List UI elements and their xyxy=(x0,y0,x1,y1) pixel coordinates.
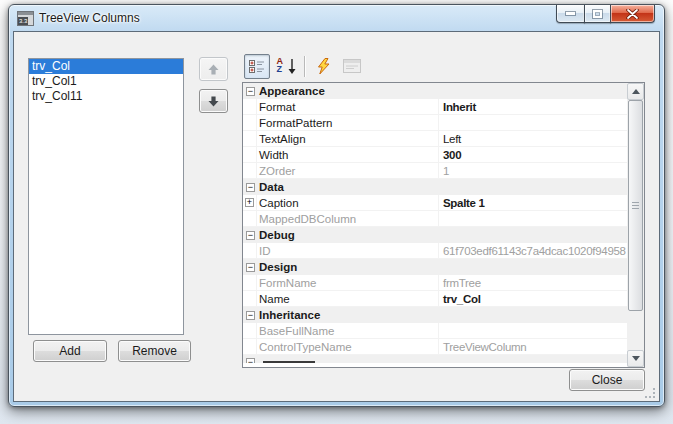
property-grid-toolbar: A Z xyxy=(244,53,368,79)
property-value[interactable]: Left xyxy=(438,131,627,146)
arrow-up-icon xyxy=(207,63,220,76)
property-row-name[interactable]: Nametrv_Col xyxy=(243,291,627,307)
category-row-design[interactable]: −Design xyxy=(243,259,627,275)
remove-button[interactable]: Remove xyxy=(118,340,191,362)
list-item-trv_col[interactable]: trv_Col xyxy=(29,59,183,74)
property-name: MappedDBColumn xyxy=(257,213,438,225)
property-row-textalign[interactable]: TextAlignLeft xyxy=(243,131,627,147)
category-row-clipped[interactable]: − xyxy=(243,355,627,363)
property-value[interactable]: 300 xyxy=(438,147,627,162)
window-controls xyxy=(557,5,655,23)
category-row-data[interactable]: −Data xyxy=(243,179,627,195)
move-up-button[interactable] xyxy=(199,57,228,81)
property-name: Caption xyxy=(257,197,438,209)
close-button[interactable]: Close xyxy=(569,369,645,391)
collapse-icon[interactable]: − xyxy=(246,183,255,192)
property-value[interactable]: trv_Col xyxy=(438,291,627,306)
property-name: Name xyxy=(257,293,438,305)
property-value[interactable]: Inherit xyxy=(438,99,627,114)
property-grid-rows: −AppearanceFormatInheritFormatPatternTex… xyxy=(243,83,627,367)
property-name: FormName xyxy=(257,277,438,289)
list-item-trv_col1[interactable]: trv_Col1 xyxy=(29,74,183,89)
property-name: FormatPattern xyxy=(257,117,438,129)
treeview-columns-dialog: 3.3 TreeView Columns trv_Coltrv xyxy=(8,4,665,407)
categorized-button[interactable] xyxy=(244,54,270,79)
events-button[interactable] xyxy=(310,54,336,79)
title-bar[interactable]: 3.3 TreeView Columns xyxy=(9,5,664,31)
window-title: TreeView Columns xyxy=(39,11,140,25)
property-grid-scrollbar[interactable] xyxy=(627,83,644,367)
property-row-basefullname[interactable]: BaseFullName xyxy=(243,323,627,339)
alphabetical-button[interactable]: A Z xyxy=(273,54,299,79)
close-window-button[interactable] xyxy=(610,5,655,23)
property-row-controltypename[interactable]: ControlTypeNameTreeViewColumn xyxy=(243,339,627,355)
property-row-format[interactable]: FormatInherit xyxy=(243,99,627,115)
property-name: ZOrder xyxy=(257,165,438,177)
collapse-icon[interactable]: − xyxy=(246,263,255,272)
property-row-zorder[interactable]: ZOrder1 xyxy=(243,163,627,179)
category-row-debug[interactable]: −Debug xyxy=(243,227,627,243)
row-indent xyxy=(243,211,257,226)
resize-grip[interactable] xyxy=(644,387,656,399)
category-label: Design xyxy=(259,261,297,273)
category-label: Debug xyxy=(259,229,295,241)
row-indent xyxy=(243,163,257,178)
sort-arrow-down xyxy=(288,58,296,75)
property-name: ControlTypeName xyxy=(257,341,438,353)
columns-listbox[interactable]: trv_Coltrv_Col1trv_Col11 xyxy=(28,58,184,335)
minimize-icon xyxy=(566,12,575,15)
thumb-grip-icon xyxy=(632,202,639,210)
collapse-icon[interactable]: − xyxy=(246,358,255,363)
property-name: BaseFullName xyxy=(257,325,438,337)
scrollbar-thumb[interactable] xyxy=(628,100,643,311)
property-row-formatpattern[interactable]: FormatPattern xyxy=(243,115,627,131)
add-button[interactable]: Add xyxy=(33,340,107,362)
maximize-button[interactable] xyxy=(584,5,611,23)
property-value[interactable] xyxy=(438,211,627,226)
property-value[interactable]: Spalte 1 xyxy=(438,195,627,210)
close-icon xyxy=(626,9,639,19)
property-pages-icon xyxy=(343,59,361,73)
triangle-down-icon xyxy=(632,356,640,361)
property-value[interactable]: frmTree xyxy=(438,275,627,290)
category-label: Appearance xyxy=(259,85,325,97)
collapse-icon[interactable]: − xyxy=(246,231,255,240)
property-row-mappeddbcolumn[interactable]: MappedDBColumn xyxy=(243,211,627,227)
property-value[interactable]: 61f703edf61143c7a4dcac1020f94958 xyxy=(438,243,627,258)
scroll-up-button[interactable] xyxy=(627,83,644,100)
collapse-icon[interactable]: − xyxy=(246,87,255,96)
property-row-width[interactable]: Width300 xyxy=(243,147,627,163)
move-down-button[interactable] xyxy=(199,89,228,113)
categorized-icon xyxy=(249,59,265,74)
property-value[interactable]: 1 xyxy=(438,163,627,178)
property-name: Width xyxy=(257,149,438,161)
property-row-caption[interactable]: +CaptionSpalte 1 xyxy=(243,195,627,211)
maximize-icon xyxy=(593,10,602,18)
row-indent xyxy=(243,131,257,146)
property-value[interactable] xyxy=(438,323,627,338)
property-name: TextAlign xyxy=(257,133,438,145)
property-value[interactable] xyxy=(438,115,627,130)
alphabetical-icon: A Z xyxy=(277,58,296,75)
row-indent: + xyxy=(243,195,257,210)
row-indent xyxy=(243,275,257,290)
scroll-down-button[interactable] xyxy=(627,350,644,367)
minimize-button[interactable] xyxy=(556,5,585,23)
category-row-inheritance[interactable]: −Inheritance xyxy=(243,307,627,323)
category-label: Data xyxy=(259,181,284,193)
row-indent xyxy=(243,99,257,114)
row-indent xyxy=(243,339,257,354)
row-indent xyxy=(243,115,257,130)
property-row-formname[interactable]: FormNamefrmTree xyxy=(243,275,627,291)
events-icon xyxy=(316,58,331,75)
clipped-category-text xyxy=(263,361,315,363)
arrow-down-icon xyxy=(207,95,220,108)
collapse-icon[interactable]: − xyxy=(246,311,255,320)
list-item-trv_col11[interactable]: trv_Col11 xyxy=(29,89,183,104)
category-row-appearance[interactable]: −Appearance xyxy=(243,83,627,99)
property-value[interactable]: TreeViewColumn xyxy=(438,339,627,354)
expand-icon[interactable]: + xyxy=(245,198,254,207)
app-icon: 3.3 xyxy=(17,11,34,26)
property-name: ID xyxy=(257,245,438,257)
property-row-id[interactable]: ID61f703edf61143c7a4dcac1020f94958 xyxy=(243,243,627,259)
